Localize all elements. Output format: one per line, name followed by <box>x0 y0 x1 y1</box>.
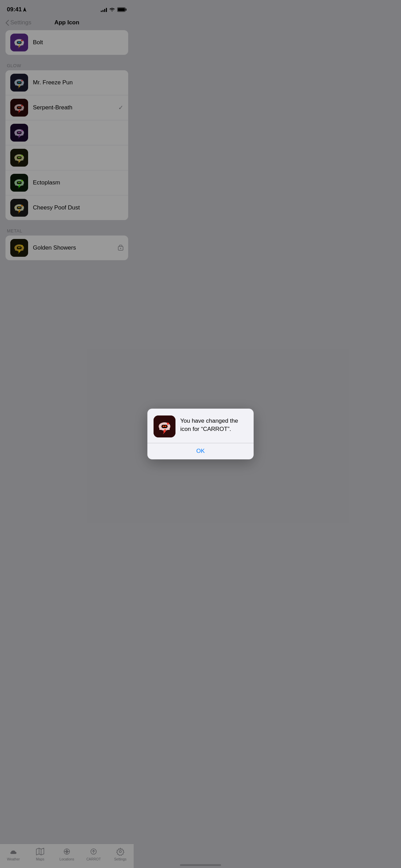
alert-overlay: You have changed the icon for “CARROT”. … <box>0 0 134 297</box>
